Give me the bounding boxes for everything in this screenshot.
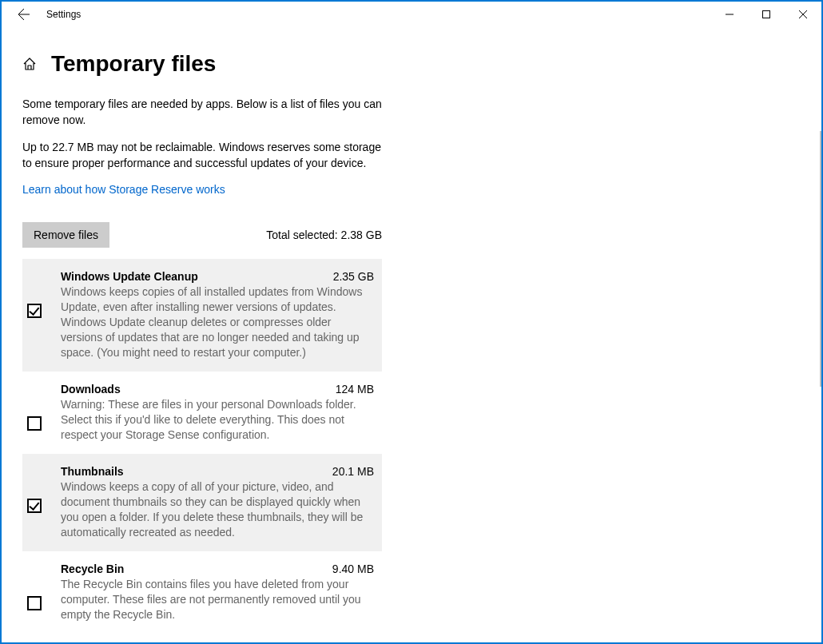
close-button[interactable] <box>785 2 821 27</box>
item-content: Downloads124 MBWarning: These are files … <box>61 383 374 443</box>
checkbox-wrap <box>22 383 61 443</box>
home-button[interactable] <box>22 57 37 71</box>
item-header: Windows Update Cleanup2.35 GB <box>61 270 374 283</box>
title-bar: Settings <box>2 2 821 27</box>
item-size: 9.40 MB <box>332 563 374 575</box>
main-body: Some temporary files are needed by apps.… <box>22 96 382 642</box>
item-checkbox[interactable] <box>27 304 42 318</box>
intro-text-2: Up to 22.7 MB may not be reclaimable. Wi… <box>22 139 382 171</box>
item-description: Warning: These are files in your persona… <box>61 397 374 443</box>
list-item[interactable]: Downloads124 MBWarning: These are files … <box>22 372 382 454</box>
list-item[interactable]: Thumbnails20.1 MBWindows keeps a copy of… <box>22 454 382 551</box>
item-content: Windows Update Cleanup2.35 GBWindows kee… <box>61 270 374 360</box>
item-description: The Recycle Bin contains files you have … <box>61 577 374 622</box>
intro-text-1: Some temporary files are needed by apps.… <box>22 96 382 128</box>
window-controls <box>711 2 821 27</box>
item-title: Recycle Bin <box>61 563 124 575</box>
home-icon <box>22 57 37 71</box>
item-checkbox[interactable] <box>27 416 42 431</box>
items-list: Windows Update Cleanup2.35 GBWindows kee… <box>22 259 382 642</box>
item-header: Downloads124 MB <box>61 383 374 396</box>
page-title: Temporary files <box>51 51 216 77</box>
item-size: 124 MB <box>336 383 374 396</box>
arrow-left-icon <box>18 8 30 21</box>
item-size: 2.35 GB <box>333 270 374 283</box>
svg-rect-0 <box>763 11 770 18</box>
item-title: Windows Update Cleanup <box>61 270 198 283</box>
item-title: Downloads <box>61 383 121 396</box>
item-checkbox[interactable] <box>27 596 42 610</box>
minimize-button[interactable] <box>711 2 748 27</box>
remove-files-button[interactable]: Remove files <box>22 222 109 248</box>
maximize-button[interactable] <box>748 2 785 27</box>
back-button[interactable] <box>8 2 40 27</box>
item-header: Thumbnails20.1 MB <box>61 465 374 478</box>
list-item[interactable]: Windows Update Cleanup2.35 GBWindows kee… <box>22 259 382 372</box>
checkbox-wrap <box>22 465 61 540</box>
item-description: Windows keeps a copy of all of your pict… <box>61 479 374 540</box>
scrollbar-thumb[interactable] <box>820 131 821 387</box>
minimize-icon <box>726 10 734 18</box>
learn-more-link[interactable]: Learn about how Storage Reserve works <box>22 183 225 196</box>
content-area: Temporary files Some temporary files are… <box>2 27 821 642</box>
item-title: Thumbnails <box>61 465 124 478</box>
item-checkbox[interactable] <box>27 499 42 513</box>
item-content: Recycle Bin9.40 MBThe Recycle Bin contai… <box>61 563 374 622</box>
total-selected-label: Total selected: 2.38 GB <box>266 229 382 241</box>
checkbox-wrap <box>22 563 61 622</box>
item-header: Recycle Bin9.40 MB <box>61 563 374 575</box>
checkbox-wrap <box>22 270 61 360</box>
page-header: Temporary files <box>22 27 801 96</box>
list-item[interactable]: Recycle Bin9.40 MBThe Recycle Bin contai… <box>22 551 382 634</box>
action-row: Remove files Total selected: 2.38 GB <box>22 222 382 248</box>
app-title: Settings <box>46 9 81 20</box>
item-content: Thumbnails20.1 MBWindows keeps a copy of… <box>61 465 374 540</box>
item-size: 20.1 MB <box>332 465 374 478</box>
item-description: Windows keeps copies of all installed up… <box>61 284 374 360</box>
close-icon <box>799 10 807 18</box>
list-item[interactable]: Delivery Optimization Files7.38 MBDelive… <box>22 634 382 642</box>
maximize-icon <box>762 10 770 18</box>
